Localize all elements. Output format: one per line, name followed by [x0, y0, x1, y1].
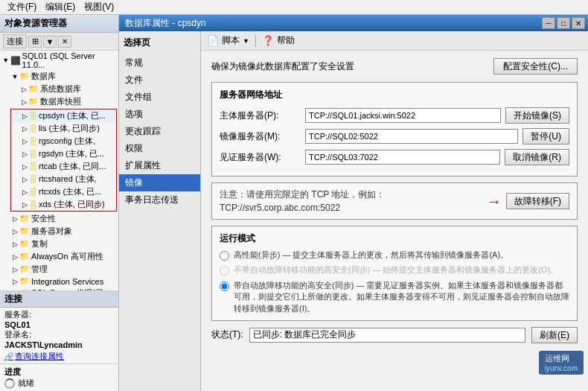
login-value: JACKST\Lyncadmin	[4, 340, 114, 349]
close-button[interactable]: ✕	[572, 17, 585, 29]
db-icon: 🗄	[29, 150, 37, 159]
tree-item-integration-services[interactable]: ▷ 📁 Integration Services	[0, 276, 118, 287]
expand-icon: ▼	[10, 73, 19, 80]
status-row: 状态(T): 已同步: 数据库已完全同步 刷新(E)	[211, 327, 578, 343]
tree-item-lis[interactable]: ▷ 🗄 lis (主体, 已同步)	[11, 122, 116, 135]
tree-item-cpsdyn[interactable]: ▷ 🗄 cpsdyn (主体, 已...	[11, 109, 116, 122]
selector-item-logtransport[interactable]: 事务日志传送	[119, 191, 200, 209]
tree-item-dbsnapshot[interactable]: ▷ 📁 数据库快照	[0, 95, 118, 108]
pause-button[interactable]: 暂停(U)	[523, 128, 569, 144]
tree-item-security[interactable]: ▷ 📁 安全性	[0, 212, 118, 225]
folder-icon: 📁	[28, 97, 39, 107]
cancel-mirror-button[interactable]: 取消镜像(R)	[505, 149, 569, 165]
radio-sync-auto[interactable]	[220, 282, 229, 291]
expand-icon: ▷	[20, 150, 29, 158]
folder-icon: 📁	[19, 71, 30, 81]
start-mirror-button[interactable]: 开始镜像(S)	[505, 107, 569, 124]
login-label: 登录名:	[4, 329, 114, 340]
tree-item-rtcshared[interactable]: ▷ 🗄 rtcshared (主体,	[11, 173, 116, 185]
expand-icon: ▷	[10, 253, 19, 261]
mirror-input[interactable]	[305, 129, 518, 144]
db-icon: 🗄	[29, 124, 37, 133]
connection-properties-link[interactable]: 🔗 查询连接属性	[4, 351, 114, 362]
cpsdyn-label: cpsdyn (主体, 已...	[39, 110, 106, 121]
tree-item-alwayson[interactable]: ▷ 📁 AlwaysOn 高可用性	[0, 250, 118, 263]
expand-icon: ▷	[20, 112, 29, 120]
link-icon: 🔗	[4, 352, 13, 360]
rtcab-label: rtcab (主体, 已同...	[39, 161, 106, 172]
expand-icon: ▷	[10, 278, 19, 285]
management-label: 管理	[31, 264, 48, 275]
dialog-panel: 数据库属性 - cpsdyn ─ □ ✕ 选择页 常规 文件 文件组	[119, 15, 588, 391]
rtcxds-label: rtcxds (主体, 已...	[39, 186, 101, 197]
rtcshared-label: rtcshared (主体,	[39, 174, 97, 185]
toolbar-icon-3[interactable]: ✕	[58, 36, 71, 48]
replication-label: 复制	[31, 238, 48, 249]
script-button[interactable]: 📄 脚本 ▼	[207, 34, 249, 47]
folder-icon: 📁	[19, 276, 30, 286]
progress-section: 进度 就绪	[0, 363, 118, 391]
selector-item-extendedprops[interactable]: 扩展属性	[119, 157, 200, 174]
tree-item-server1[interactable]: ▼ ⬛ SQL01 (SQL Server 11.0...	[0, 51, 118, 70]
configure-security-button[interactable]: 配置安全性(C)...	[493, 58, 578, 74]
tree-item-rgsconfig[interactable]: ▷ 🗄 rgsconfig (主体,	[11, 135, 116, 147]
expand-icon: ▷	[20, 176, 29, 183]
witness-input[interactable]	[305, 150, 500, 165]
object-explorer-title: 对象资源管理器	[0, 15, 118, 33]
selector-item-options[interactable]: 选项	[119, 106, 200, 123]
dropdown-icon: ▼	[243, 37, 249, 45]
selector-item-changetracking[interactable]: 更改跟踪	[119, 123, 200, 140]
server-objects-label: 服务器对象	[31, 226, 72, 237]
selector-item-files[interactable]: 文件	[119, 71, 200, 89]
expand-icon: ▷	[20, 125, 29, 133]
tree-item-rgsdyn[interactable]: ▷ 🗄 rgsdyn (主体, 已...	[11, 147, 116, 160]
help-icon: ❓	[262, 35, 274, 46]
server-icon: ⬛	[10, 56, 21, 66]
toolbar-icon-1[interactable]: ⊞	[28, 36, 42, 48]
connect-button[interactable]: 连接	[3, 34, 27, 48]
help-button[interactable]: ❓ 帮助	[262, 34, 295, 47]
min-button[interactable]: ─	[542, 17, 555, 29]
menu-view[interactable]: 视图(V)	[80, 0, 118, 15]
max-button[interactable]: □	[557, 17, 570, 29]
selector-item-mirror[interactable]: 镜像	[119, 174, 200, 191]
menu-edit[interactable]: 编辑(E)	[41, 0, 80, 15]
tree-item-rtcxds[interactable]: ▷ 🗄 rtcxds (主体, 已...	[11, 185, 116, 198]
tree-item-management[interactable]: ▷ 📁 管理	[0, 263, 118, 276]
tree-item-rtcab[interactable]: ▷ 🗄 rtcab (主体, 已同...	[11, 160, 116, 173]
alwayson-label: AlwaysOn 高可用性	[31, 251, 103, 262]
selector-item-filegroups[interactable]: 文件组	[119, 89, 200, 106]
dialog-title-bar: 数据库属性 - cpsdyn ─ □ ✕	[119, 15, 588, 31]
db-icon: 🗄	[29, 137, 37, 146]
connection-title: 连接	[0, 291, 118, 308]
selector-item-general[interactable]: 常规	[119, 54, 200, 71]
expand-icon: ▷	[20, 201, 29, 209]
status-value: 已同步: 数据库已完全同步	[249, 328, 525, 343]
db-icon: 🗄	[29, 162, 37, 171]
witness-label: 见证服务器(W):	[220, 151, 305, 164]
selector-item-permissions[interactable]: 权限	[119, 140, 200, 157]
expand-icon: ▷	[19, 98, 28, 106]
primary-input[interactable]	[305, 108, 501, 123]
refresh-button[interactable]: 刷新(E)	[531, 327, 578, 343]
server-label: 服务器:	[4, 309, 114, 320]
object-explorer-panel: 对象资源管理器 连接 ⊞ ▼ ✕ ▼ ⬛ SQL01 (SQL Server 1…	[0, 15, 119, 391]
menu-file[interactable]: 文件(F)	[3, 0, 41, 15]
expand-icon: ▼	[1, 57, 10, 64]
tree-item-replication[interactable]: ▷ 📁 复制	[0, 238, 118, 250]
watermark: 运维网 iyunv.com	[539, 351, 584, 375]
tree-item-xds[interactable]: ▷ 🗄 xds (主体, 已同步)	[11, 198, 116, 211]
dialog-toolbar: 📄 脚本 ▼ ❓ 帮助	[201, 31, 588, 51]
failover-button[interactable]: 故障转移(F)	[506, 193, 569, 209]
radio-sync-noauto[interactable]	[220, 266, 229, 276]
server1-label: SQL01 (SQL Server 11.0...	[22, 51, 117, 69]
integration-services-label: Integration Services	[31, 277, 103, 286]
toolbar-icon-2[interactable]: ▼	[43, 36, 57, 48]
tree-item-systemdbs[interactable]: ▷ 📁 系统数据库	[0, 83, 118, 95]
rgsdyn-label: rgsdyn (主体, 已...	[39, 148, 104, 159]
radio-async[interactable]	[220, 251, 229, 261]
tree-item-server-objects[interactable]: ▷ 📁 服务器对象	[0, 225, 118, 238]
tree-item-databases[interactable]: ▼ 📁 数据库	[0, 70, 118, 83]
folder-icon: 📁	[28, 84, 39, 94]
run-mode-section: 运行模式 高性能(异步) — 提交主体服务器上的更改，然后将其传输到镜像服务器(…	[211, 226, 578, 321]
